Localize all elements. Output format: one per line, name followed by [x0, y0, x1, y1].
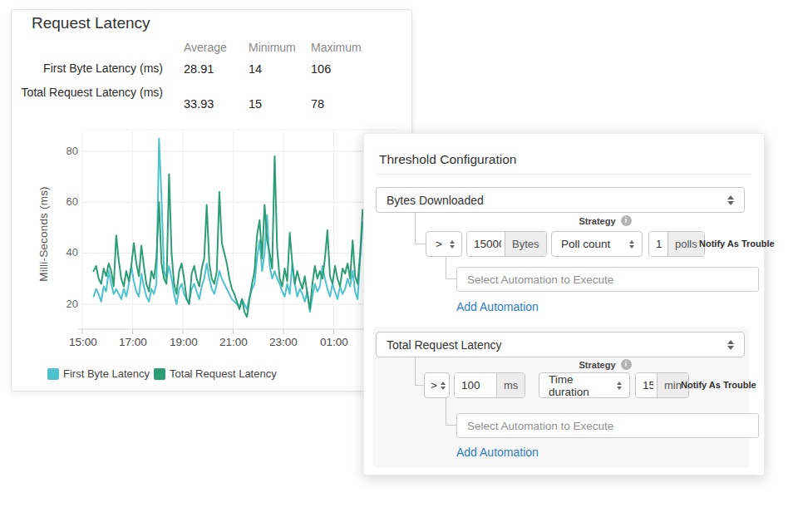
stats-value-minimum: 14 — [249, 62, 302, 76]
select-arrows-icon — [629, 240, 634, 249]
strategy-label: Strategy — [579, 360, 615, 370]
add-automation-link[interactable]: Add Automation — [456, 446, 539, 459]
threshold-value-input[interactable] — [455, 373, 496, 397]
x-tick-label: 23:00 — [265, 336, 302, 348]
stats-value-maximum: 78 — [311, 97, 371, 111]
add-automation-link[interactable]: Add Automation — [456, 300, 539, 313]
select-arrows-icon — [441, 382, 446, 390]
stats-value-minimum: 15 — [249, 97, 302, 111]
select-arrows-icon — [617, 382, 622, 390]
strategy-value-group: polls — [648, 231, 705, 257]
x-tick-label: 21:00 — [215, 336, 252, 348]
metric-select[interactable]: Total Request Latency — [376, 332, 745, 357]
connector-line — [415, 357, 424, 386]
threshold-value-group: ms — [454, 372, 525, 398]
comparator-select[interactable]: > — [424, 372, 450, 398]
threshold-value-group: Bytes — [466, 231, 547, 257]
select-arrows-icon — [727, 195, 734, 205]
connector-line — [415, 213, 426, 244]
x-tick-label: 15:00 — [65, 336, 101, 348]
stats-value-maximum: 106 — [311, 62, 371, 76]
unit-label: ms — [496, 373, 525, 397]
strategy-type-value: Poll count — [561, 238, 610, 250]
threshold-config-card: Threshold Configuration Bytes Downloaded… — [363, 133, 765, 475]
info-icon[interactable]: i — [621, 215, 632, 226]
unit-label: Bytes — [505, 232, 546, 256]
stats-header-minimum: Minimum — [249, 41, 302, 54]
latency-chart — [12, 126, 409, 342]
legend-label: Total Request Latency — [170, 367, 277, 380]
comparator-select[interactable]: > — [426, 231, 462, 257]
comparator-value: > — [436, 238, 442, 250]
metric-select[interactable]: Bytes Downloaded — [376, 187, 745, 213]
x-tick-label: 17:00 — [115, 336, 151, 348]
strategy-label-group: Strategy i — [547, 215, 663, 226]
stats-row-label: Total Request Latency (ms) — [20, 86, 163, 101]
legend-swatch — [154, 368, 165, 380]
notify-as-trouble-label: Notify As Trouble — [699, 231, 775, 257]
page-background: Request Latency Average Minimum Maximum … — [0, 0, 798, 532]
automation-select-input[interactable] — [456, 267, 759, 292]
x-tick-label: 19:00 — [165, 336, 202, 348]
strategy-type-value: Time duration — [549, 373, 617, 398]
legend-item-total-request[interactable]: Total Request Latency — [154, 367, 277, 380]
stats-header-average: Average — [184, 41, 242, 54]
threshold-value-input[interactable] — [467, 232, 505, 256]
automation-select-input[interactable] — [456, 413, 759, 438]
metric-select-value: Bytes Downloaded — [387, 194, 484, 207]
stats-row-label: First Byte Latency (ms) — [20, 62, 163, 76]
panel-title: Request Latency — [32, 14, 150, 32]
legend-label: First Byte Latency — [63, 367, 150, 380]
chart-legend: First Byte Latency Total Request Latency — [47, 367, 277, 380]
metric-select-value: Total Request Latency — [387, 338, 502, 352]
comparator-value: > — [431, 379, 437, 392]
divider — [377, 174, 751, 175]
connector-line — [446, 257, 456, 279]
info-icon[interactable]: i — [621, 359, 632, 370]
strategy-value-input[interactable] — [636, 373, 657, 397]
strategy-label: Strategy — [579, 216, 615, 226]
legend-swatch — [47, 368, 59, 380]
request-latency-card: Request Latency Average Minimum Maximum … — [11, 9, 412, 392]
connector-line — [446, 398, 456, 426]
stats-value-average: 28.91 — [184, 62, 242, 76]
strategy-value-input[interactable] — [649, 232, 667, 256]
legend-item-first-byte[interactable]: First Byte Latency — [47, 367, 150, 380]
stats-header-maximum: Maximum — [311, 41, 371, 54]
select-arrows-icon — [450, 240, 455, 249]
strategy-label-group: Strategy i — [547, 359, 663, 370]
panel-title: Threshold Configuration — [379, 152, 516, 167]
strategy-type-select[interactable]: Time duration — [539, 372, 630, 398]
select-arrows-icon — [727, 340, 734, 350]
strategy-type-select[interactable]: Poll count — [551, 231, 643, 257]
x-tick-label: 01:00 — [316, 336, 352, 348]
notify-as-trouble-label: Notify As Trouble — [681, 372, 756, 398]
stats-value-average: 33.93 — [184, 97, 242, 111]
